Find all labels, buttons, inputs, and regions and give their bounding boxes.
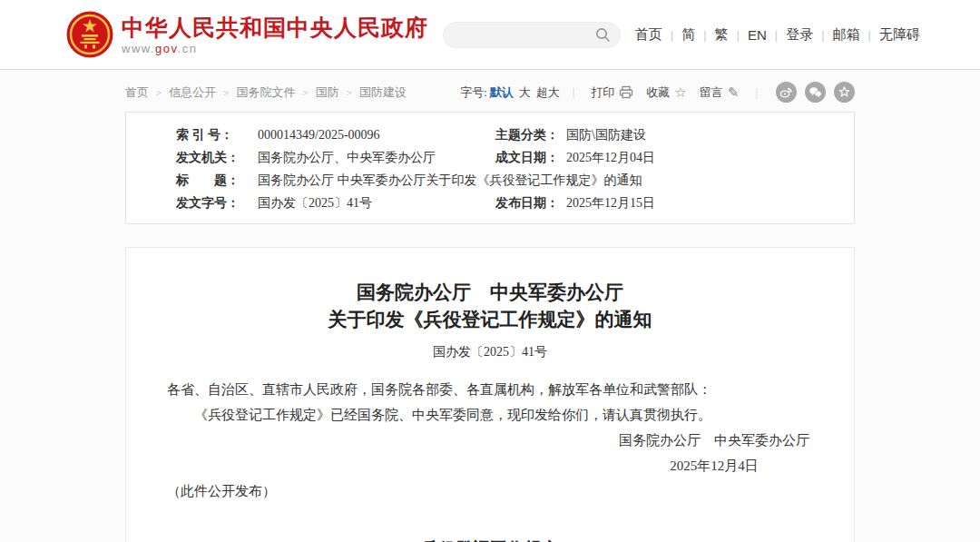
font-size-xlarge-button[interactable]: 超大 <box>536 84 560 101</box>
meta-doc-number-label: 发文字号： <box>176 192 258 214</box>
regulation-section-title: 兵役登记工作规定 <box>167 537 813 542</box>
site-url: www.gov.cn <box>122 42 428 55</box>
breadcrumb: 首页> 信息公开> 国务院文件> 国防> 国防建设 <box>125 84 407 101</box>
search-box[interactable] <box>443 22 621 48</box>
meta-row: 发文机关： 国务院办公厅、中央军委办公厅 成文日期： 2025年12月04日 <box>126 146 854 169</box>
top-nav: 首页| 简| 繁| EN| 登录| 邮箱| 无障碍 <box>635 26 920 44</box>
comment-button[interactable]: 留言 ✎ <box>700 84 740 101</box>
meta-index-label: 索 引 号： <box>176 123 258 146</box>
document-body: 各省、自治区、直辖市人民政府，国务院各部委、各直属机构，解放军各单位和武警部队：… <box>167 377 813 542</box>
breadcrumb-state-council-docs[interactable]: 国务院文件 <box>236 84 295 101</box>
signature-agencies: 国务院办公厅 中央军委办公厅 <box>619 428 809 453</box>
national-emblem-icon <box>66 11 113 58</box>
site-brand[interactable]: 中华人民共和国中央人民政府 www.gov.cn <box>122 15 428 55</box>
document-number: 国办发〔2025〕41号 <box>167 340 813 365</box>
breadcrumb-current: 国防建设 <box>359 84 407 101</box>
nav-traditional[interactable]: 繁 <box>715 26 729 44</box>
meta-index-value: 000014349/2025-00096 <box>258 123 495 146</box>
document-metadata: 索 引 号： 000014349/2025-00096 主题分类： 国防\国防建… <box>125 112 855 224</box>
wechat-icon <box>808 85 822 99</box>
meta-title-value: 国务院办公厅 中央军委办公厅关于印发《兵役登记工作规定》的通知 <box>258 169 854 192</box>
nav-english[interactable]: EN <box>748 27 767 43</box>
star-icon: ☆ <box>674 84 686 101</box>
nav-mail[interactable]: 邮箱 <box>833 26 860 44</box>
meta-topic-label: 主题分类： <box>495 123 566 146</box>
nav-simplified[interactable]: 简 <box>681 26 695 44</box>
site-title: 中华人民共和国中央人民政府 <box>122 15 428 40</box>
nav-home[interactable]: 首页 <box>635 26 662 44</box>
meta-agency-value: 国务院办公厅、中央军委办公厅 <box>258 146 495 169</box>
document-title-line2: 关于印发《兵役登记工作规定》的通知 <box>167 306 813 333</box>
meta-doc-number-value: 国办发〔2025〕41号 <box>258 192 495 214</box>
document-paragraph: 各省、自治区、直辖市人民政府，国务院各部委、各直属机构，解放军各单位和武警部队： <box>167 377 813 402</box>
meta-title-label: 标 题： <box>176 169 258 192</box>
meta-agency-label: 发文机关： <box>176 146 258 169</box>
signature-date: 2025年12月4日 <box>619 453 809 478</box>
search-input[interactable] <box>456 28 595 42</box>
share-weibo-button[interactable] <box>776 82 797 103</box>
breadcrumb-national-defense[interactable]: 国防 <box>316 84 339 101</box>
printer-icon <box>619 85 633 99</box>
breadcrumb-home[interactable]: 首页 <box>125 84 149 101</box>
font-size-default-button[interactable]: 默认 <box>490 84 514 101</box>
site-header: 中华人民共和国中央人民政府 www.gov.cn 首页| 简| 繁| EN| 登… <box>0 0 980 70</box>
breadcrumb-info-disclosure[interactable]: 信息公开 <box>169 84 216 101</box>
nav-accessibility[interactable]: 无障碍 <box>879 26 920 44</box>
meta-publish-date-label: 发布日期： <box>495 192 566 214</box>
toolbar: 首页> 信息公开> 国务院文件> 国防> 国防建设 字号: 默认 大 超大 | … <box>125 70 855 103</box>
star-circle-icon <box>838 85 851 99</box>
document-paragraph: 《兵役登记工作规定》已经国务院、中央军委同意，现印发给你们，请认真贯彻执行。 <box>167 402 813 428</box>
meta-row: 索 引 号： 000014349/2025-00096 主题分类： 国防\国防建… <box>126 123 854 146</box>
document-title: 国务院办公厅 中央军委办公厅 关于印发《兵役登记工作规定》的通知 <box>167 279 813 333</box>
weibo-icon <box>779 85 793 99</box>
search-icon[interactable] <box>595 27 611 43</box>
pencil-icon: ✎ <box>728 84 740 101</box>
meta-written-date-label: 成文日期： <box>495 146 566 169</box>
page-controls: 字号: 默认 大 超大 | 打印 收藏 ☆ 留言 ✎ | <box>460 82 855 103</box>
meta-row: 标 题： 国务院办公厅 中央军委办公厅关于印发《兵役登记工作规定》的通知 <box>126 169 854 192</box>
print-button[interactable]: 打印 <box>591 84 633 101</box>
page-background: 首页> 信息公开> 国务院文件> 国防> 国防建设 字号: 默认 大 超大 | … <box>0 70 980 542</box>
signature-block: 国务院办公厅 中央军委办公厅 2025年12月4日 <box>167 428 813 478</box>
meta-written-date-value: 2025年12月04日 <box>566 146 854 169</box>
nav-login[interactable]: 登录 <box>786 26 813 44</box>
font-size-large-button[interactable]: 大 <box>519 84 531 101</box>
meta-row: 发文字号： 国办发〔2025〕41号 发布日期： 2025年12月15日 <box>126 192 854 214</box>
document-content: 国务院办公厅 中央军委办公厅 关于印发《兵役登记工作规定》的通知 国办发〔202… <box>125 247 855 542</box>
share-wechat-button[interactable] <box>805 82 826 103</box>
meta-topic-value: 国防\国防建设 <box>566 123 854 146</box>
favorite-button[interactable]: 收藏 ☆ <box>646 84 686 101</box>
document-title-line1: 国务院办公厅 中央军委办公厅 <box>167 279 813 306</box>
share-favorite-button[interactable] <box>834 82 855 103</box>
font-size-label: 字号: <box>460 84 487 101</box>
meta-publish-date-value: 2025年12月15日 <box>566 192 854 214</box>
public-release-note: （此件公开发布） <box>167 478 813 504</box>
